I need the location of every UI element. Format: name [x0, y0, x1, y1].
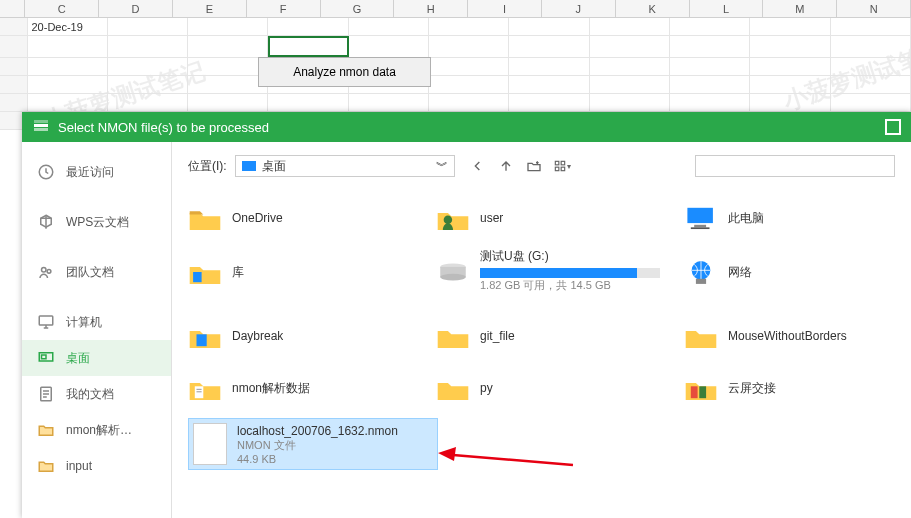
sidebar-item-label: 计算机: [66, 314, 102, 331]
folder-icon: [684, 374, 718, 402]
item-this-pc[interactable]: 此电脑: [684, 204, 911, 232]
svg-rect-2: [34, 120, 48, 123]
item-mwb[interactable]: MouseWithoutBorders: [684, 322, 911, 350]
item-gitfile[interactable]: git_file: [436, 322, 666, 350]
item-nmonparse[interactable]: nmon解析数据: [188, 374, 418, 402]
file-icon: [193, 423, 227, 465]
svg-point-4: [42, 268, 47, 273]
sidebar-item-nmon-folder[interactable]: nmon解析…: [22, 412, 171, 448]
file-size: 44.9 KB: [237, 453, 398, 465]
drive-icon: [436, 258, 470, 286]
item-name: user: [480, 211, 503, 225]
svg-rect-27: [197, 391, 202, 392]
sidebar-item-label: 我的文档: [66, 386, 114, 403]
sidebar-item-mydocs[interactable]: 我的文档: [22, 376, 171, 412]
sidebar-item-computer[interactable]: 计算机: [22, 304, 171, 340]
col-header: G: [321, 0, 395, 17]
item-name: OneDrive: [232, 211, 283, 225]
svg-rect-0: [34, 124, 48, 127]
item-library[interactable]: 库: [188, 258, 418, 286]
sidebar-item-label: 最近访问: [66, 164, 114, 181]
item-usb[interactable]: 测试U盘 (G:) 1.82 GB 可用，共 14.5 GB: [436, 248, 666, 293]
sidebar-item-label: 团队文档: [66, 264, 114, 281]
team-icon: [36, 262, 56, 282]
col-header: N: [837, 0, 911, 17]
folder-icon: [36, 456, 56, 476]
col-header: C: [25, 0, 99, 17]
file-type: NMON 文件: [237, 438, 398, 453]
sidebar-item-input-folder[interactable]: input: [22, 448, 171, 484]
back-icon[interactable]: [469, 157, 487, 175]
item-name: Daybreak: [232, 329, 283, 343]
chevron-down-icon: ︾: [436, 158, 448, 175]
svg-rect-16: [694, 225, 706, 228]
restore-icon[interactable]: [885, 119, 901, 135]
sidebar-item-label: 桌面: [66, 350, 90, 367]
selected-cell[interactable]: [268, 36, 348, 57]
spreadsheet-background: C D E F G H I J K L M N 20-Dec-19 Analyz…: [0, 0, 911, 120]
svg-rect-11: [561, 161, 565, 165]
item-user[interactable]: user: [436, 204, 666, 232]
desktop-icon: [36, 348, 56, 368]
view-grid-icon[interactable]: ▾: [553, 157, 571, 175]
cloud-cube-icon: [36, 212, 56, 232]
sidebar-item-label: input: [66, 459, 92, 473]
app-logo-icon: [32, 118, 50, 136]
dialog-titlebar: Select NMON file(s) to be processed: [22, 112, 911, 142]
col-header: F: [247, 0, 321, 17]
usb-info: 1.82 GB 可用，共 14.5 GB: [480, 278, 670, 293]
svg-point-5: [47, 269, 51, 273]
sidebar-item-desktop[interactable]: 桌面: [22, 340, 171, 376]
item-onedrive[interactable]: OneDrive: [188, 204, 418, 232]
svg-rect-17: [691, 227, 710, 229]
location-dropdown[interactable]: 桌面 ︾: [235, 155, 455, 177]
folder-icon: [684, 322, 718, 350]
folder-icon: [436, 374, 470, 402]
svg-point-21: [440, 274, 466, 281]
item-daybreak[interactable]: Daybreak: [188, 322, 418, 350]
sidebar-item-wps-cloud[interactable]: WPS云文档: [22, 204, 171, 240]
analyze-nmon-button[interactable]: Analyze nmon data: [258, 57, 431, 87]
item-name: 网络: [728, 264, 752, 281]
col-header: D: [99, 0, 173, 17]
location-label: 位置(I):: [188, 158, 227, 175]
sidebar: 最近访问 WPS云文档 团队文档 计算机 桌面: [22, 142, 172, 518]
item-name: 云屏交接: [728, 380, 776, 397]
svg-rect-12: [555, 167, 559, 171]
item-name: MouseWithoutBorders: [728, 329, 847, 343]
file-name: localhost_200706_1632.nmon: [237, 424, 398, 438]
main-pane: 位置(I): 桌面 ︾ ▾ OneDrive: [172, 142, 911, 518]
svg-rect-18: [193, 272, 202, 282]
item-yunping[interactable]: 云屏交接: [684, 374, 911, 402]
search-input[interactable]: [695, 155, 895, 177]
col-header: K: [616, 0, 690, 17]
svg-rect-26: [197, 389, 202, 390]
item-network[interactable]: 网络: [684, 258, 911, 286]
pc-icon: [684, 204, 718, 232]
item-name: git_file: [480, 329, 515, 343]
location-row: 位置(I): 桌面 ︾ ▾: [188, 152, 895, 180]
usb-capacity-bar: [480, 268, 660, 278]
item-name: py: [480, 381, 493, 395]
up-icon[interactable]: [497, 157, 515, 175]
sidebar-item-label: WPS云文档: [66, 214, 129, 231]
item-nmon-file-selected[interactable]: localhost_200706_1632.nmon NMON 文件 44.9 …: [188, 418, 438, 470]
doc-icon: [36, 384, 56, 404]
monitor-icon: [36, 312, 56, 332]
col-header: [0, 0, 25, 17]
svg-point-14: [444, 215, 453, 224]
svg-rect-1: [34, 128, 48, 131]
new-folder-icon[interactable]: [525, 157, 543, 175]
toolbar-icons: ▾: [469, 157, 571, 175]
date-cell[interactable]: 20-Dec-19: [28, 18, 108, 35]
item-py[interactable]: py: [436, 374, 666, 402]
sidebar-item-recent[interactable]: 最近访问: [22, 154, 171, 190]
svg-rect-24: [197, 334, 207, 346]
sidebar-item-team[interactable]: 团队文档: [22, 254, 171, 290]
dialog-title-text: Select NMON file(s) to be processed: [58, 120, 269, 135]
folder-icon: [36, 420, 56, 440]
svg-rect-13: [561, 167, 565, 171]
user-folder-icon: [436, 204, 470, 232]
svg-rect-8: [42, 355, 47, 359]
folder-icon: [188, 204, 222, 232]
